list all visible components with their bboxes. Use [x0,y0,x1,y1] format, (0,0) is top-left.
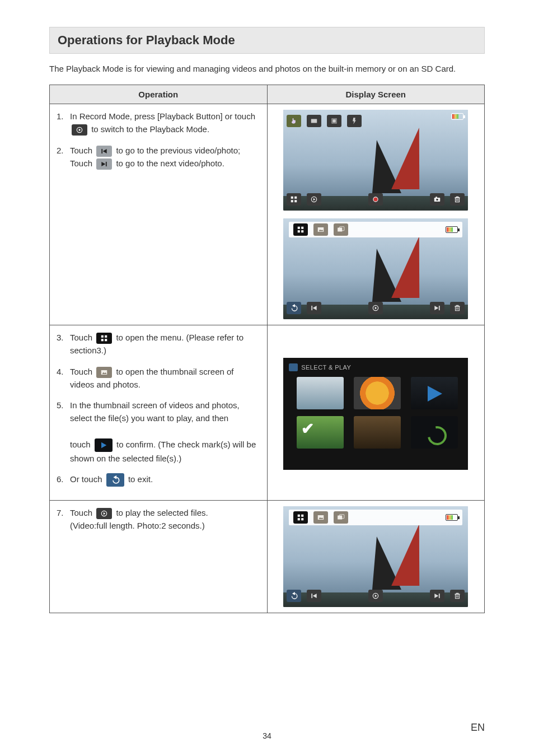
svg-marker-4 [102,162,106,166]
resolution-icon [307,115,321,127]
step-6: 6. Or touch to exit. [57,473,260,487]
battery-icon [446,226,458,233]
step-text: In the thumbnail screen of videos and ph… [70,400,240,423]
svg-rect-18 [435,197,437,198]
svg-rect-23 [301,230,303,232]
step-text: to play the selected files. [116,508,208,517]
step-text: Touch [70,158,92,168]
thumbnail-back [411,416,458,449]
page-number: 34 [0,731,534,740]
hand-icon [287,115,301,127]
step-number: 6. [57,473,64,486]
confirm-play-icon [95,438,113,452]
thumbnail-icon [96,367,112,378]
step-3: 3. Touch to open the menu. (Please refer… [57,331,260,357]
svg-point-17 [437,199,439,201]
step-text: Or touch [70,474,102,484]
display-playback-mode [283,218,468,319]
svg-rect-8 [333,120,336,123]
trash-icon [450,590,465,602]
step-5: 5. In the thumbnail screen of videos and… [57,399,260,465]
svg-marker-59 [435,594,439,598]
svg-marker-32 [375,307,377,310]
menu-grid-icon [293,223,308,236]
trash-icon [450,193,465,206]
step-number: 1. [57,110,64,123]
svg-rect-52 [338,516,342,520]
thumbnail [297,377,344,409]
previous-icon [307,590,321,602]
svg-rect-55 [312,594,313,598]
svg-rect-34 [439,306,440,310]
hand-icon [289,363,298,371]
svg-marker-42 [101,442,106,448]
svg-marker-54 [293,592,295,595]
step-text: to go to the next video/photo. [116,158,224,168]
play-icon [96,508,112,519]
svg-rect-22 [298,230,300,232]
svg-rect-60 [439,594,440,598]
step-text: Touch [70,367,92,376]
language-label: EN [471,722,485,734]
step-text: (Video:full length. Photo:2 seconds.) [70,521,205,530]
svg-rect-11 [291,200,293,202]
svg-marker-58 [375,595,377,598]
thumbnail [354,377,401,409]
svg-rect-29 [312,306,313,310]
display-record-mode [283,110,468,211]
svg-marker-14 [313,198,316,201]
svg-marker-56 [313,594,317,598]
thumbnail-play [411,377,458,409]
svg-rect-39 [105,339,107,341]
svg-rect-6 [311,119,317,123]
record-icon [368,193,383,206]
playback-icon [307,193,321,206]
svg-marker-30 [313,306,317,310]
step-number: 3. [57,331,64,344]
svg-rect-35 [456,306,460,311]
svg-rect-21 [301,227,303,229]
thumbnail-selected [297,416,344,449]
page: Operations for Playback Mode The Playbac… [0,0,534,613]
step-text: In Record Mode, press [Playback Button] … [70,111,255,121]
svg-rect-12 [294,200,297,202]
svg-marker-43 [114,476,116,478]
step-text: touch [70,440,91,449]
svg-rect-5 [106,162,107,166]
battery-icon [446,514,458,521]
col-header-display: Display Screen [267,85,485,104]
step-text: to go to the previous video/photo; [116,146,240,155]
svg-rect-2 [102,148,103,153]
display-select-play: SELECT & PLAY [283,358,468,470]
svg-rect-37 [105,335,107,338]
svg-rect-9 [291,197,293,199]
light-icon [347,115,362,127]
thumbnail-icon [313,511,328,524]
step-number: 7. [57,506,64,519]
table-row: 1. In Record Mode, press [Playback Butto… [50,104,485,325]
previous-icon [307,302,321,314]
step-2: 2. Touch to go to the previous video/pho… [57,144,260,170]
back-icon [287,302,301,314]
next-icon [430,302,444,314]
table-row: 3. Touch to open the menu. (Please refer… [50,325,485,501]
section-heading: Operations for Playback Mode [49,27,485,54]
step-7: 7. Touch to play the selected files. (Vi… [57,506,260,533]
svg-point-15 [373,197,378,202]
step-number: 2. [57,144,64,157]
intro-text: The Playback Mode is for viewing and man… [49,63,485,74]
play-icon [368,302,383,314]
step-text: Touch [70,146,92,155]
select-play-label: SELECT & PLAY [301,364,351,371]
slideshow-icon [334,511,348,524]
next-icon [430,590,444,602]
next-icon [96,158,112,170]
step-text: Touch [70,333,92,342]
svg-marker-28 [293,305,295,307]
step-number: 4. [57,365,64,378]
back-exit-icon [106,473,124,487]
svg-rect-47 [301,515,303,517]
svg-rect-61 [456,594,460,599]
step-1: 1. In Record Mode, press [Playback Butto… [57,110,260,136]
thumbnail [354,416,401,449]
